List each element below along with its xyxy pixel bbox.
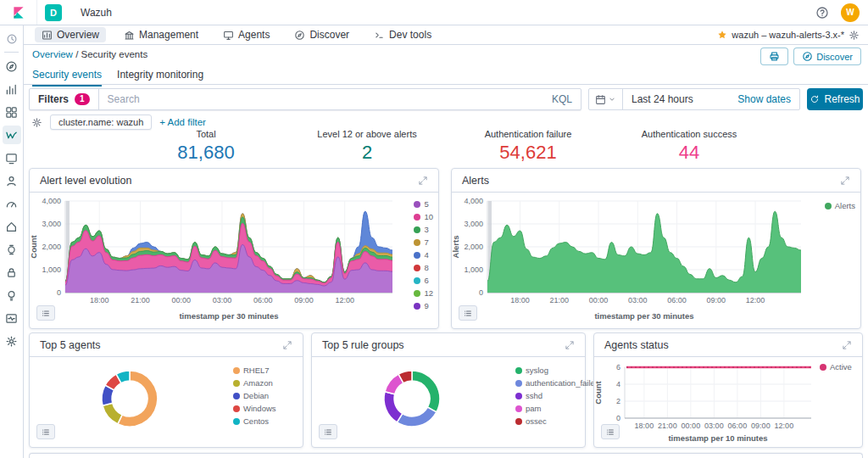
index-pattern-selector[interactable]: wazuh – wazuh-alerts-3.x-* bbox=[717, 30, 868, 41]
donut-slice-syslog[interactable] bbox=[412, 371, 440, 412]
svg-text:1,000: 1,000 bbox=[42, 265, 61, 274]
legend-item[interactable]: Amazon bbox=[233, 378, 276, 388]
legend-toggle-button[interactable] bbox=[36, 424, 55, 439]
donut-slice-Amazon[interactable] bbox=[103, 403, 122, 424]
legend-item[interactable]: syslog bbox=[515, 366, 599, 375]
kql-selector[interactable]: KQL bbox=[543, 93, 581, 105]
alerts-chart-canvas[interactable]: 01,0002,0003,0004,00018:0021:0000:0003:0… bbox=[452, 194, 804, 321]
show-dates-link[interactable]: Show dates bbox=[737, 93, 799, 105]
nav-tab-overview[interactable]: Overview bbox=[35, 27, 106, 42]
svg-text:4,000: 4,000 bbox=[42, 197, 61, 205]
svg-text:00:00: 00:00 bbox=[171, 296, 191, 304]
search-box[interactable]: Filters 1 Search KQL bbox=[29, 88, 581, 110]
legend-item[interactable]: Debian bbox=[233, 391, 276, 400]
canvas-icon[interactable] bbox=[3, 148, 21, 167]
date-picker[interactable]: Last 24 hours Show dates bbox=[588, 88, 800, 110]
legend-item[interactable]: Centos bbox=[233, 416, 276, 426]
stat-label: Total bbox=[125, 129, 287, 139]
legend-item[interactable]: 9 bbox=[414, 301, 433, 310]
panel-title: Alerts bbox=[462, 175, 489, 187]
calendar-icon bbox=[595, 94, 606, 105]
filter-options-gear-icon[interactable] bbox=[31, 117, 42, 128]
calendar-dropdown[interactable] bbox=[589, 89, 623, 109]
kibana-logo[interactable] bbox=[0, 0, 37, 25]
expand-icon[interactable] bbox=[842, 340, 852, 350]
legend-item[interactable]: authentication_failed bbox=[515, 378, 599, 388]
gear-icon[interactable] bbox=[3, 332, 21, 350]
svg-text:18:00: 18:00 bbox=[635, 422, 654, 430]
legend-item[interactable]: Alerts bbox=[825, 201, 855, 210]
expand-icon[interactable] bbox=[840, 176, 850, 186]
pulse-icon[interactable] bbox=[3, 309, 21, 327]
compass-icon bbox=[294, 30, 305, 41]
gear-icon[interactable] bbox=[849, 30, 860, 41]
legend-item[interactable]: 8 bbox=[414, 263, 433, 272]
legend-label: Active bbox=[830, 362, 852, 371]
legend-item[interactable]: Windows bbox=[233, 404, 276, 413]
legend-item[interactable]: 7 bbox=[414, 237, 433, 247]
filters-dropdown[interactable]: Filters 1 bbox=[30, 89, 99, 109]
nav-tab-agents[interactable]: Agents bbox=[216, 27, 276, 42]
printer-icon bbox=[769, 51, 780, 62]
legend-item[interactable]: Active bbox=[820, 362, 852, 371]
legend-toggle-button[interactable] bbox=[36, 305, 55, 321]
nav-tab-management[interactable]: Management bbox=[117, 27, 205, 42]
legend-item[interactable]: pam bbox=[515, 404, 599, 413]
nav-tab-dev-tools[interactable]: Dev tools bbox=[367, 27, 438, 42]
compass-icon[interactable] bbox=[3, 57, 21, 75]
donut-slice-sshd[interactable] bbox=[384, 392, 403, 422]
legend-item[interactable]: 5 bbox=[414, 199, 433, 209]
legend-item[interactable]: 4 bbox=[414, 250, 433, 260]
legend-item[interactable]: ossec bbox=[515, 416, 599, 426]
filter-pills-row: cluster.name: wazuh + Add filter bbox=[31, 114, 206, 130]
gauge-icon[interactable] bbox=[3, 194, 21, 213]
bulb-icon[interactable] bbox=[3, 286, 21, 304]
legend-label: 10 bbox=[424, 212, 433, 221]
user-avatar[interactable]: W bbox=[841, 3, 860, 22]
top-5-agents-chart-canvas[interactable] bbox=[30, 357, 226, 444]
legend-dot bbox=[515, 380, 522, 387]
expand-icon[interactable] bbox=[282, 340, 292, 350]
legend-label: Alerts bbox=[835, 201, 855, 210]
recent-clock-icon[interactable] bbox=[0, 30, 23, 48]
watch-icon[interactable] bbox=[3, 240, 21, 259]
legend-item[interactable]: 12 bbox=[414, 288, 433, 298]
dashboard-icon[interactable] bbox=[3, 103, 21, 121]
agents-status-chart-canvas[interactable]: 024618:0021:0000:0003:0006:0009:0012:00t… bbox=[594, 359, 816, 444]
nav-tab-discover[interactable]: Discover bbox=[287, 27, 356, 42]
user-icon[interactable] bbox=[3, 171, 21, 190]
top-5-rule-groups-chart-canvas[interactable] bbox=[312, 357, 509, 444]
expand-icon[interactable] bbox=[565, 340, 575, 350]
legend-label: Windows bbox=[243, 404, 276, 413]
discover-button[interactable]: Discover bbox=[793, 47, 861, 65]
legend-toggle-button[interactable] bbox=[319, 424, 337, 439]
space-badge[interactable]: D bbox=[45, 4, 62, 21]
legend-item[interactable]: 3 bbox=[414, 225, 433, 234]
breadcrumb-root-link[interactable]: Overview bbox=[32, 49, 73, 59]
legend-item[interactable]: 10 bbox=[414, 212, 433, 221]
help-icon[interactable] bbox=[815, 6, 829, 20]
wazuh-icon[interactable] bbox=[3, 126, 21, 144]
refresh-button[interactable]: Refresh bbox=[807, 88, 863, 110]
legend-item[interactable]: RHEL7 bbox=[233, 366, 276, 375]
svg-text:09:00: 09:00 bbox=[294, 296, 314, 304]
donut-slice-authentication_failed[interactable] bbox=[397, 407, 437, 427]
add-filter-link[interactable]: + Add filter bbox=[159, 117, 206, 127]
search-input[interactable]: Search bbox=[99, 93, 543, 105]
lock-icon[interactable] bbox=[3, 263, 21, 282]
svg-text:3,000: 3,000 bbox=[42, 220, 61, 228]
bar-chart-icon[interactable] bbox=[3, 80, 21, 98]
svg-text:06:00: 06:00 bbox=[253, 296, 273, 304]
alert-level-evolution-chart-canvas[interactable]: 01,0002,0003,0004,00018:0021:0000:0003:0… bbox=[30, 194, 396, 321]
legend-item[interactable]: sshd bbox=[515, 391, 599, 400]
legend-dot bbox=[414, 252, 420, 259]
filter-pill[interactable]: cluster.name: wazuh bbox=[50, 114, 152, 130]
home-icon[interactable] bbox=[3, 217, 21, 236]
print-button[interactable] bbox=[760, 47, 788, 65]
legend-dot bbox=[414, 303, 420, 310]
expand-icon[interactable] bbox=[418, 176, 428, 186]
legend-toggle-button[interactable] bbox=[459, 305, 477, 321]
legend-toggle-button[interactable] bbox=[601, 424, 620, 439]
legend-item[interactable]: 6 bbox=[414, 276, 433, 285]
svg-text:06:00: 06:00 bbox=[667, 296, 687, 304]
